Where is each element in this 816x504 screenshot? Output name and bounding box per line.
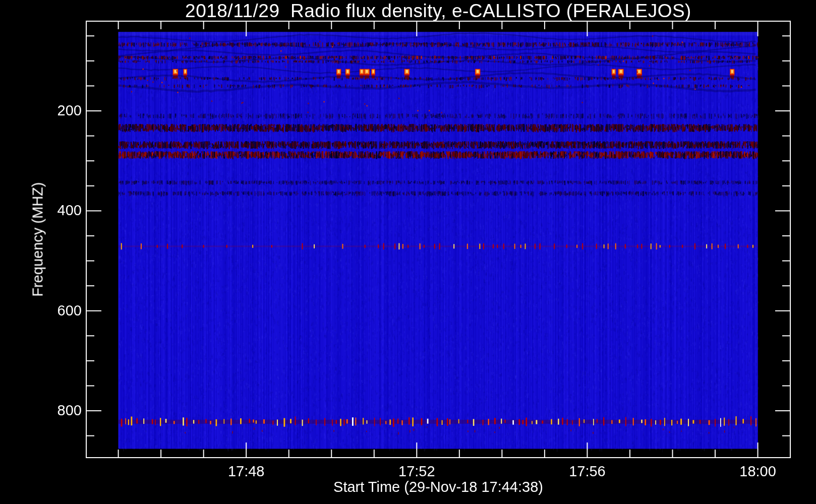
callisto-spectrogram-screenshot: { "page": { "background": "#000000", "te… (0, 0, 816, 504)
y-axis-label: Frequency (MHZ) (30, 182, 46, 296)
y-tick-label: 600 (25, 302, 82, 319)
x-tick-label: 18:00 (739, 463, 776, 480)
spectrogram-canvas (0, 0, 816, 504)
x-tick-label: 17:56 (569, 463, 606, 480)
x-tick-label: 17:52 (398, 463, 435, 480)
chart-title: 2018/11/29 Radio flux density, e-CALLIST… (86, 1, 790, 22)
y-tick-label: 800 (25, 402, 82, 419)
x-axis-label: Start Time (29-Nov-18 17:44:38) (86, 479, 790, 495)
y-tick-label: 200 (25, 102, 82, 119)
y-tick-label: 400 (25, 202, 82, 219)
x-tick-label: 17:48 (228, 463, 265, 480)
